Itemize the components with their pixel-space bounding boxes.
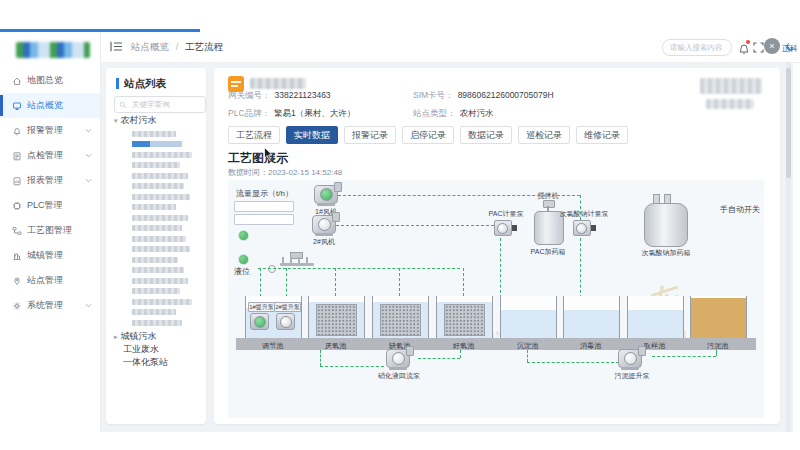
lift-pump-1 bbox=[250, 313, 269, 330]
sidebar: 地图总览 站点概览 报警管理 点检管理 报表管理 bbox=[0, 32, 101, 432]
biofilm-media bbox=[444, 304, 485, 336]
naclo-tank-label: 次氯酸钠加药箱 bbox=[630, 248, 702, 258]
notification-bell-icon[interactable] bbox=[738, 41, 750, 54]
tree-item-redacted[interactable] bbox=[132, 236, 186, 242]
tank-sludge bbox=[690, 296, 747, 339]
tree-item-redacted[interactable] bbox=[132, 267, 184, 273]
map-pin-icon bbox=[12, 276, 22, 286]
signal-line bbox=[580, 195, 581, 220]
header-action-redacted[interactable] bbox=[700, 78, 762, 94]
tree-item-redacted[interactable] bbox=[132, 194, 190, 200]
tree-item-redacted[interactable] bbox=[132, 173, 188, 179]
search-icon bbox=[119, 101, 127, 109]
breadcrumb-site-overview[interactable]: 站点概览 bbox=[131, 41, 169, 52]
sidebar-item-plc-mgmt[interactable]: PLC管理 bbox=[0, 193, 100, 218]
tank-anaerobic bbox=[308, 296, 365, 339]
signal-line bbox=[320, 366, 384, 367]
tree-item-redacted[interactable] bbox=[132, 309, 176, 315]
tree-item-redacted[interactable] bbox=[132, 299, 192, 305]
signal-line bbox=[716, 350, 717, 356]
plc-brand-label: PLC品牌： bbox=[228, 108, 270, 118]
dark-mode-moon-icon[interactable] bbox=[785, 41, 797, 53]
tab-process-flow[interactable]: 工艺流程 bbox=[228, 126, 280, 144]
pac-dosing-tank bbox=[534, 200, 562, 244]
tree-node-label: 农村污水 bbox=[121, 115, 157, 125]
tree-item-redacted[interactable] bbox=[132, 225, 182, 231]
sidebar-item-map-overview[interactable]: 地图总览 bbox=[0, 68, 100, 93]
tree-node-town-sewage[interactable]: ▸城镇污水 bbox=[114, 330, 157, 343]
tree-item-redacted[interactable] bbox=[132, 246, 190, 252]
active-indicator-bar bbox=[0, 95, 3, 116]
user-avatar[interactable]: × bbox=[764, 38, 780, 54]
scrollbar-thumb[interactable] bbox=[786, 68, 791, 178]
tree-item-redacted[interactable] bbox=[132, 152, 192, 158]
process-diagram-title: 工艺图展示 bbox=[228, 150, 288, 167]
plc-brand-value: 繁易1（果村、大许） bbox=[274, 108, 355, 118]
global-search bbox=[662, 39, 732, 56]
tree-item-redacted[interactable] bbox=[132, 278, 188, 284]
plc-brand-field: PLC品牌：繁易1（果村、大许） bbox=[228, 108, 355, 120]
data-time-label: 数据时间： bbox=[228, 168, 268, 177]
tree-node-integrated-pump-station[interactable]: 一体化泵站 bbox=[123, 356, 168, 369]
tree-item-redacted[interactable] bbox=[132, 162, 180, 168]
sludge-pump-label: 污泥提升泵 bbox=[606, 371, 658, 381]
tree-node-industrial-wastewater[interactable]: 工业废水 bbox=[123, 343, 159, 356]
sidebar-collapse-icon[interactable] bbox=[110, 41, 123, 52]
tab-alarm-records[interactable]: 报警记录 bbox=[344, 126, 396, 144]
sidebar-item-town-mgmt[interactable]: 城镇管理 bbox=[0, 243, 100, 268]
tab-inspection-records[interactable]: 巡检记录 bbox=[518, 126, 570, 144]
chevron-down-icon bbox=[85, 303, 92, 308]
tab-start-stop-records[interactable]: 启停记录 bbox=[402, 126, 454, 144]
pac-tank-label: PAC加药箱 bbox=[522, 247, 574, 257]
header-action-redacted[interactable] bbox=[706, 99, 754, 109]
tree-item-redacted[interactable] bbox=[132, 183, 184, 189]
sim-value: 8986062126000705079H bbox=[458, 90, 554, 100]
tree-item-redacted[interactable] bbox=[132, 257, 178, 263]
caret-collapsed-icon[interactable]: ▸ bbox=[114, 333, 118, 340]
tab-data-records[interactable]: 数据记录 bbox=[460, 126, 512, 144]
tree-item-redacted[interactable] bbox=[132, 215, 188, 221]
tree-item-redacted[interactable] bbox=[132, 131, 176, 137]
station-search-input[interactable] bbox=[130, 99, 201, 110]
scrollbar[interactable] bbox=[786, 62, 791, 432]
tree-node-label: 一体化泵站 bbox=[123, 357, 168, 367]
tree-item-redacted[interactable] bbox=[132, 204, 176, 210]
station-search bbox=[114, 96, 206, 113]
chip-icon bbox=[12, 201, 22, 211]
fullscreen-icon[interactable] bbox=[753, 42, 764, 53]
data-timestamp: 数据时间：2023-02-15 14:52:48 bbox=[228, 167, 342, 178]
sidebar-item-system-mgmt[interactable]: 系统管理 bbox=[0, 293, 100, 318]
tree-item-redacted[interactable] bbox=[132, 288, 180, 294]
signal-line bbox=[527, 350, 528, 362]
sidebar-item-report-mgmt[interactable]: 报表管理 bbox=[0, 168, 100, 193]
station-name-redacted bbox=[250, 78, 306, 89]
tab-maintenance-records[interactable]: 维修记录 bbox=[576, 126, 628, 144]
flow-value-box-2 bbox=[234, 214, 294, 225]
chevron-down-icon bbox=[85, 178, 92, 183]
signal-line bbox=[460, 350, 461, 358]
caret-expanded-icon[interactable]: ▾ bbox=[114, 117, 118, 124]
station-type-label: 站点类型： bbox=[413, 108, 456, 118]
sidebar-item-alarm-mgmt[interactable]: 报警管理 bbox=[0, 118, 100, 143]
global-search-input[interactable] bbox=[668, 42, 726, 53]
tab-realtime-data[interactable]: 实时数据 bbox=[286, 126, 338, 144]
tree-item-redacted[interactable] bbox=[132, 141, 206, 147]
biofilm-media bbox=[380, 304, 421, 336]
breadcrumb-separator: / bbox=[176, 41, 179, 52]
tree-item-redacted[interactable] bbox=[132, 320, 182, 326]
sidebar-item-inspection-mgmt[interactable]: 点检管理 bbox=[0, 143, 100, 168]
site-overview-icon bbox=[12, 101, 22, 111]
sidebar-item-label: 报表管理 bbox=[27, 174, 63, 187]
fan-1 bbox=[314, 185, 338, 204]
tank-label: 沉淀池 bbox=[499, 341, 556, 351]
naclo-pump-label: 次氯酸钠计量泵 bbox=[548, 209, 620, 219]
signal-line bbox=[500, 238, 501, 298]
fan-2-label: 2#风机 bbox=[306, 237, 342, 247]
sidebar-item-site-overview[interactable]: 站点概览 bbox=[0, 93, 100, 118]
report-icon bbox=[12, 176, 22, 186]
fan-2 bbox=[312, 215, 336, 234]
sludge-lift-pump bbox=[618, 349, 642, 368]
sidebar-item-process-diagram-mgmt[interactable]: 工艺图管理 bbox=[0, 218, 100, 243]
breadcrumb: 站点概览 / 工艺流程 bbox=[131, 41, 223, 54]
sidebar-item-station-mgmt[interactable]: 站点管理 bbox=[0, 268, 100, 293]
